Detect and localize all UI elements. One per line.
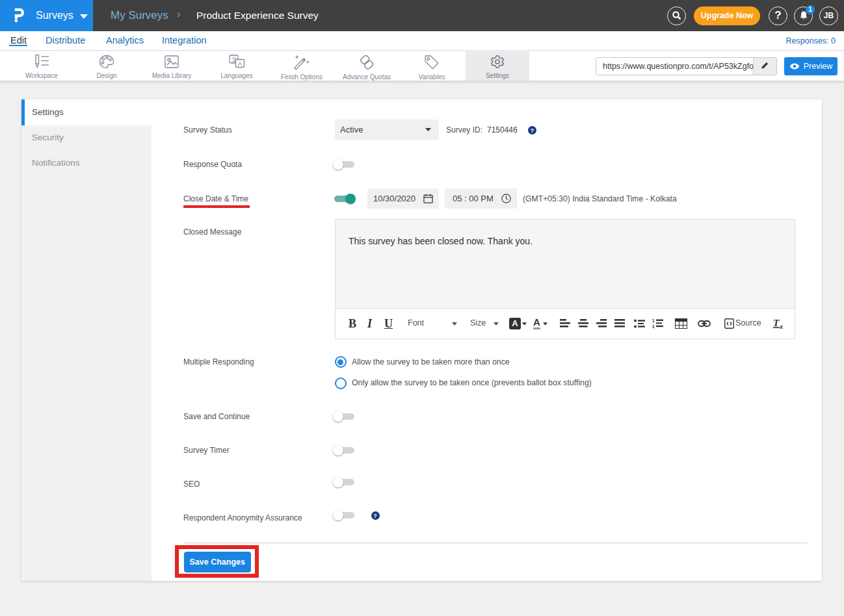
svg-text:T: T — [773, 318, 780, 328]
svg-text:2: 2 — [652, 324, 655, 329]
svg-text:A: A — [238, 60, 242, 67]
svg-text:1: 1 — [652, 318, 655, 323]
svg-text:x: x — [780, 324, 783, 329]
